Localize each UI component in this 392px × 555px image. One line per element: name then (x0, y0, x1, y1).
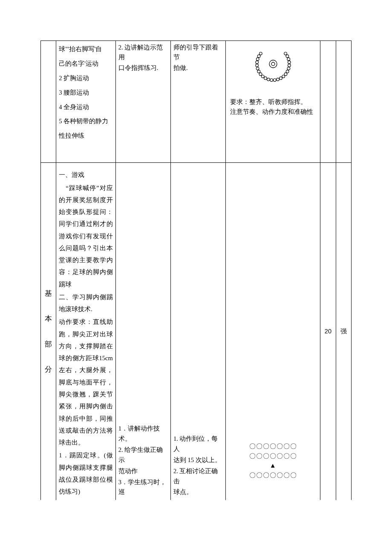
text-paragraph: 动作要求：直线助跑，脚尖正对出球方向，支撑脚踏在球的侧方距球15cm 左右，大腿… (59, 316, 112, 448)
teacher-activity-cell: 2. 边讲解边示范用 口令指挥练习. (115, 41, 170, 163)
lesson-plan-table: 球"'抬右脚写'自 己的名字'运动 2 扩胸运动 3 腰部运动 4 全身运动 5… (40, 40, 352, 500)
text-line: 3 腰部运动 (59, 86, 112, 100)
text-line: 一、游戏 (59, 169, 112, 181)
content-cell: 球"'抬右脚写'自 己的名字'运动 2 扩胸运动 3 腰部运动 4 全身运动 5… (56, 41, 115, 163)
svg-point-15 (267, 78, 270, 81)
svg-point-3 (286, 55, 289, 58)
text-line: 1．讲解动作技术。 (118, 424, 168, 444)
intensity-cell (336, 41, 351, 163)
svg-point-4 (287, 58, 290, 61)
svg-point-19 (257, 70, 260, 73)
intensity-cell: 强 (336, 163, 351, 500)
requirement-text: 要求：整齐、听教师指挥。 (230, 97, 316, 107)
document-page: 球"'抬右脚写'自 己的名字'运动 2 扩胸运动 3 腰部运动 4 全身运动 5… (0, 0, 392, 555)
section-label-char: 部 (43, 332, 53, 357)
svg-point-21 (256, 64, 259, 67)
teacher-activity-cell: 1．讲解动作技术。 2. 给学生做正确示 范动作 3．学生练习时，巡 (115, 163, 170, 500)
content-cell: 一、游戏 “踩球喊停”对应的开展奖惩制度开始变换队形提问：同学们通过刚才的游戏你… (56, 163, 115, 500)
section-label-char: 基 (43, 281, 53, 306)
svg-point-18 (259, 73, 262, 76)
svg-point-6 (288, 64, 291, 67)
svg-point-13 (273, 79, 276, 82)
svg-point-24 (257, 55, 260, 58)
student-activity-cell: 1. 动作到位，每人 达到 15 次以上。 2. 互相讨论正确击 球点。 (170, 163, 225, 500)
svg-point-0 (271, 62, 275, 66)
table-row: 基 本 部 分 一、游戏 “踩球喊停”对应的开展奖惩制度开始变换队形提问：同学们… (41, 163, 352, 500)
text-paragraph: 1．踢固定球。(做脚内侧踢球支撑腿战位及踢球部位模仿练习) (59, 449, 112, 497)
text-line: 己的名字'运动 (59, 57, 112, 71)
table-row: 球"'抬右脚写'自 己的名字'运动 2 扩胸运动 3 腰部运动 4 全身运动 5… (41, 41, 352, 163)
svg-point-14 (270, 79, 273, 82)
svg-point-9 (284, 73, 287, 76)
time-cell: 20 (320, 163, 336, 500)
text-paragraph: “踩球喊停”对应的开展奖惩制度开始变换队形提问：同学们通过刚才的游戏你们有发现什… (59, 182, 112, 290)
text-line: 2 扩胸运动 (59, 72, 112, 85)
svg-point-5 (288, 61, 291, 64)
formation-row: 〇〇〇〇〇〇〇 (228, 471, 317, 480)
formation-row: 〇〇〇〇〇〇〇 (228, 442, 317, 451)
text-line: 拍做. (173, 63, 223, 73)
text-line: 达到 15 次以上。 (173, 455, 223, 465)
svg-point-17 (261, 75, 264, 78)
formation-diagram (228, 43, 317, 90)
svg-point-11 (279, 77, 282, 80)
formation-teacher-marker: ▲ (228, 461, 317, 471)
text-line: 5 各种韧带的静力 (59, 115, 112, 128)
text-line: 3．学生练习时，巡 (118, 477, 168, 498)
text-line: 2. 给学生做正确示 (118, 445, 168, 465)
section-label-char: 分 (43, 357, 53, 382)
svg-point-10 (282, 75, 285, 78)
section-label-cell (41, 41, 56, 163)
svg-point-8 (286, 70, 289, 73)
text-line: 性拉伸练 (59, 129, 112, 143)
formation-diagram: 〇〇〇〇〇〇〇 〇〇〇〇〇〇〇 ▲ 〇〇〇〇〇〇〇 (228, 442, 317, 480)
organization-cell: 〇〇〇〇〇〇〇 〇〇〇〇〇〇〇 ▲ 〇〇〇〇〇〇〇 (226, 163, 320, 500)
section-label-char: 本 (43, 306, 53, 332)
svg-point-22 (256, 61, 259, 64)
text-line: 2. 互相讨论正确击 (173, 466, 223, 487)
svg-point-16 (264, 77, 267, 80)
formation-row: 〇〇〇〇〇〇〇 (228, 451, 317, 461)
svg-point-12 (276, 78, 279, 81)
text-line: 2. 边讲解边示范用 (118, 43, 168, 62)
text-line: 师的引导下跟着节 (173, 43, 223, 62)
text-line: 二、学习脚内侧踢地滚球技术. (59, 291, 112, 315)
text-line: 4 全身运动 (59, 101, 112, 114)
svg-point-7 (287, 67, 290, 70)
student-activity-cell: 师的引导下跟着节 拍做. (170, 41, 225, 163)
text-line: 1. 动作到位，每人 (173, 434, 223, 454)
svg-point-23 (256, 58, 259, 61)
svg-point-25 (259, 52, 262, 55)
time-cell (320, 41, 336, 163)
requirement-text: 注意节奏、动作力度和准确性 (230, 107, 316, 117)
text-line: 球点。 (173, 487, 223, 497)
text-line: 口令指挥练习. (118, 63, 168, 73)
svg-point-20 (256, 67, 259, 70)
text-line: 球"'抬右脚写'自 (59, 43, 112, 56)
svg-point-1 (269, 60, 277, 68)
organization-cell: 要求：整齐、听教师指挥。 注意节奏、动作力度和准确性 (226, 41, 320, 163)
svg-point-2 (284, 52, 287, 55)
text-line: 范动作 (118, 466, 168, 477)
section-label-cell: 基 本 部 分 (41, 163, 56, 500)
